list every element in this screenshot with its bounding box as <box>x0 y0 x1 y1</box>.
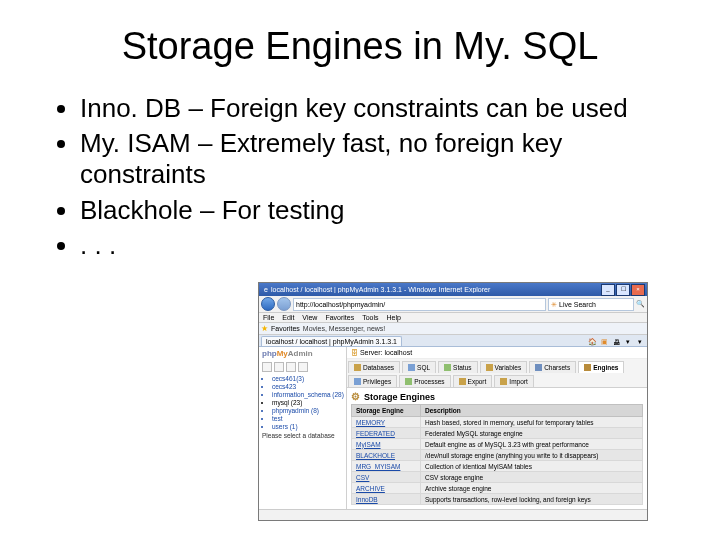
charsets-icon <box>535 364 542 371</box>
favorites-hint: Movies, Messenger, news! <box>303 325 385 332</box>
engine-desc: CSV storage engine <box>420 472 642 483</box>
col-engine: Storage Engine <box>352 405 421 417</box>
table-row: MEMORYHash based, stored in memory, usef… <box>352 417 643 428</box>
gear-icon: ⚙ <box>351 391 360 402</box>
tab-sql[interactable]: SQL <box>402 361 436 373</box>
address-bar[interactable]: http://localhost/phpmyadmin/ <box>293 298 546 311</box>
status-bar <box>259 509 647 520</box>
table-row: MRG_MYISAMCollection of identical MyISAM… <box>352 461 643 472</box>
tab-variables[interactable]: Variables <box>480 361 528 373</box>
table-row: BLACKHOLE/dev/null storage engine (anyth… <box>352 450 643 461</box>
tools-icon[interactable]: ▾ <box>635 338 645 346</box>
select-db-prompt: Please select a database <box>262 432 343 439</box>
engine-link[interactable]: CSV <box>352 472 421 483</box>
bullet-list: Inno. DB – Foreign key constraints can b… <box>50 93 670 261</box>
bullet-item: My. ISAM – Extremely fast, no foreign ke… <box>80 128 670 190</box>
engine-link[interactable]: InnoDB <box>352 494 421 505</box>
table-row: CSVCSV storage engine <box>352 472 643 483</box>
feed-icon[interactable]: ▣ <box>599 338 609 346</box>
tab-import[interactable]: Import <box>494 375 533 387</box>
docs-icon[interactable] <box>286 362 296 372</box>
db-item[interactable]: cecs423 <box>272 383 343 390</box>
sql-icon <box>408 364 415 371</box>
tab-export[interactable]: Export <box>453 375 493 387</box>
search-placeholder: Live Search <box>559 299 596 310</box>
engine-link[interactable]: FEDERATED <box>352 428 421 439</box>
favorites-label[interactable]: Favorites <box>271 325 300 332</box>
tab-charsets[interactable]: Charsets <box>529 361 576 373</box>
close-button[interactable]: × <box>631 284 645 296</box>
page-icon[interactable]: ▾ <box>623 338 633 346</box>
engine-desc: Collection of identical MyISAM tables <box>420 461 642 472</box>
db-item[interactable]: users (1) <box>272 423 343 430</box>
browser-window: e localhost / localhost | phpMyAdmin 3.1… <box>258 282 648 521</box>
pma-main: 🗄 Server: localhost Databases SQL Status… <box>347 347 647 509</box>
tab-status[interactable]: Status <box>438 361 477 373</box>
menu-help[interactable]: Help <box>387 314 401 321</box>
breadcrumb-label: Server: localhost <box>360 349 412 356</box>
processes-icon <box>405 378 412 385</box>
engine-desc: Supports transactions, row-level locking… <box>420 494 642 505</box>
home-icon[interactable] <box>262 362 272 372</box>
menu-favorites[interactable]: Favorites <box>325 314 354 321</box>
engine-desc: /dev/null storage engine (anything you w… <box>420 450 642 461</box>
engine-link[interactable]: MyISAM <box>352 439 421 450</box>
maximize-button[interactable]: ☐ <box>616 284 630 296</box>
sidebar-mini-icons <box>262 362 343 372</box>
menu-file[interactable]: File <box>263 314 274 321</box>
menu-tools[interactable]: Tools <box>362 314 378 321</box>
tab-strip: localhost / localhost | phpMyAdmin 3.1.3… <box>259 335 647 347</box>
engine-link[interactable]: ARCHIVE <box>352 483 421 494</box>
pma-tabs: Databases SQL Status Variables Charsets … <box>347 359 647 388</box>
search-box[interactable]: ✳ Live Search <box>548 298 634 311</box>
engine-desc: Archive storage engine <box>420 483 642 494</box>
menu-view[interactable]: View <box>302 314 317 321</box>
back-button[interactable] <box>261 297 275 311</box>
engines-heading: ⚙ Storage Engines <box>347 388 647 404</box>
server-icon: 🗄 <box>351 349 358 356</box>
engine-desc: Federated MySQL storage engine <box>420 428 642 439</box>
tab-processes[interactable]: Processes <box>399 375 450 387</box>
table-row: FEDERATEDFederated MySQL storage engine <box>352 428 643 439</box>
db-item[interactable]: cecs461(3) <box>272 375 343 382</box>
minimize-button[interactable]: _ <box>601 284 615 296</box>
privileges-icon <box>354 378 361 385</box>
database-list: cecs461(3) cecs423 information_schema (2… <box>262 375 343 430</box>
engine-desc: Hash based, stored in memory, useful for… <box>420 417 642 428</box>
engine-link[interactable]: MRG_MYISAM <box>352 461 421 472</box>
favorites-star-icon[interactable]: ★ <box>261 324 268 333</box>
page-content: phpMyAdmin cecs461(3) cecs423 informatio… <box>259 347 647 509</box>
print-icon[interactable]: 🖶 <box>611 339 621 346</box>
engine-link[interactable]: MEMORY <box>352 417 421 428</box>
search-go-icon[interactable]: 🔍 <box>636 300 645 308</box>
table-row: InnoDBSupports transactions, row-level l… <box>352 494 643 505</box>
engine-desc: Default engine as of MySQL 3.23 with gre… <box>420 439 642 450</box>
app-icon: e <box>261 286 271 293</box>
window-title: localhost / localhost | phpMyAdmin 3.1.3… <box>271 286 600 293</box>
window-titlebar[interactable]: e localhost / localhost | phpMyAdmin 3.1… <box>259 283 647 296</box>
status-icon <box>444 364 451 371</box>
import-icon <box>500 378 507 385</box>
browser-tab[interactable]: localhost / localhost | phpMyAdmin 3.1.3… <box>261 336 402 346</box>
table-row: ARCHIVEArchive storage engine <box>352 483 643 494</box>
refresh-icon[interactable] <box>298 362 308 372</box>
sql-icon[interactable] <box>274 362 284 372</box>
tab-privileges[interactable]: Privileges <box>348 375 397 387</box>
search-icon: ✳ <box>551 299 557 310</box>
db-item[interactable]: information_schema (28) <box>272 391 343 398</box>
db-item[interactable]: phpmyadmin (8) <box>272 407 343 414</box>
menu-bar: File Edit View Favorites Tools Help <box>259 313 647 323</box>
table-header-row: Storage Engine Description <box>352 405 643 417</box>
breadcrumb: 🗄 Server: localhost <box>347 347 647 359</box>
bullet-item: Blackhole – For testing <box>80 195 670 226</box>
nav-bar: http://localhost/phpmyadmin/ ✳ Live Sear… <box>259 296 647 313</box>
forward-button[interactable] <box>277 297 291 311</box>
menu-edit[interactable]: Edit <box>282 314 294 321</box>
tab-databases[interactable]: Databases <box>348 361 400 373</box>
db-item[interactable]: mysql (23) <box>272 399 343 406</box>
tab-engines[interactable]: Engines <box>578 361 624 373</box>
home-icon[interactable]: 🏠 <box>587 338 597 346</box>
db-item[interactable]: test <box>272 415 343 422</box>
engine-link[interactable]: BLACKHOLE <box>352 450 421 461</box>
variables-icon <box>486 364 493 371</box>
